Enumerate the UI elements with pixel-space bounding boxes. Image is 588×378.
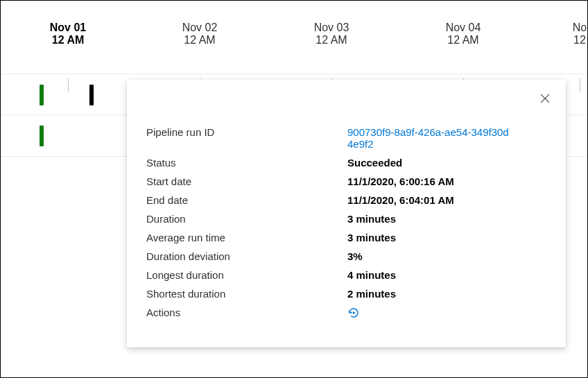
tick-date: Nov 03: [304, 22, 359, 34]
detail-row-end-date: End date 11/1/2020, 6:04:01 AM: [146, 194, 546, 206]
value-end-date: 11/1/2020, 6:04:01 AM: [347, 194, 546, 206]
label-pipeline-run-id: Pipeline run ID: [146, 126, 347, 138]
label-duration-deviation: Duration deviation: [146, 250, 347, 262]
value-longest-duration: 4 minutes: [347, 269, 546, 281]
detail-row-longest-duration: Longest duration 4 minutes: [146, 269, 546, 281]
tick-time: 12 AM: [172, 34, 227, 46]
detail-row-duration-deviation: Duration deviation 3%: [146, 250, 546, 262]
detail-row-actions: Actions: [146, 307, 546, 321]
value-duration-deviation: 3%: [347, 250, 546, 262]
timeline-header: Nov 0112 AMNov 0212 AMNov 0312 AMNov 041…: [1, 1, 587, 74]
gantt-bar[interactable]: [89, 85, 94, 105]
value-pipeline-run-id[interactable]: 900730f9-8a9f-426a-ae54-349f30d4e9f2: [347, 126, 514, 150]
tick-date: Nov 02: [172, 22, 227, 34]
detail-row-start-date: Start date 11/1/2020, 6:00:16 AM: [146, 175, 546, 187]
label-end-date: End date: [146, 194, 347, 206]
value-shortest-duration: 2 minutes: [347, 288, 546, 300]
label-duration: Duration: [146, 213, 347, 225]
tick-time: 12 AM: [40, 34, 96, 46]
close-button[interactable]: [537, 91, 553, 108]
label-average-run-time: Average run time: [146, 232, 347, 243]
label-status: Status: [146, 157, 347, 169]
label-actions: Actions: [146, 307, 347, 318]
value-actions: [347, 307, 546, 321]
tick-time: 12 AM: [304, 34, 359, 46]
detail-row-average-run-time: Average run time 3 minutes: [146, 232, 546, 243]
detail-row-status: Status Succeeded: [146, 157, 546, 169]
close-icon: [540, 94, 550, 105]
timeline-tick: No12: [552, 22, 588, 46]
value-average-run-time: 3 minutes: [347, 232, 546, 243]
rerun-icon: [347, 307, 360, 321]
label-start-date: Start date: [146, 175, 347, 187]
gantt-bar[interactable]: [40, 126, 44, 146]
rerun-button[interactable]: [347, 307, 360, 321]
detail-row-pipeline-run-id: Pipeline run ID 900730f9-8a9f-426a-ae54-…: [146, 126, 546, 150]
timeline-tick: Nov 0312 AM: [304, 22, 359, 46]
label-shortest-duration: Shortest duration: [146, 288, 347, 300]
detail-rows: Pipeline run ID 900730f9-8a9f-426a-ae54-…: [146, 126, 546, 321]
svg-marker-2: [353, 311, 356, 314]
tick-date: Nov 01: [40, 22, 96, 34]
detail-row-duration: Duration 3 minutes: [146, 213, 546, 225]
value-status: Succeeded: [347, 157, 546, 169]
tick-date: No: [552, 22, 588, 34]
tick-time: 12: [552, 34, 588, 46]
timeline-tick: Nov 0412 AM: [435, 22, 491, 46]
gantt-bar[interactable]: [40, 85, 44, 105]
value-duration: 3 minutes: [347, 213, 546, 225]
tick-date: Nov 04: [435, 22, 491, 34]
pipeline-detail-panel: Pipeline run ID 900730f9-8a9f-426a-ae54-…: [127, 80, 566, 347]
detail-row-shortest-duration: Shortest duration 2 minutes: [146, 288, 546, 300]
label-longest-duration: Longest duration: [146, 269, 347, 281]
timeline-tick: Nov 0112 AM: [40, 22, 96, 46]
value-start-date: 11/1/2020, 6:00:16 AM: [347, 175, 546, 187]
timeline-tick: Nov 0212 AM: [172, 22, 227, 46]
tick-time: 12 AM: [435, 34, 491, 46]
